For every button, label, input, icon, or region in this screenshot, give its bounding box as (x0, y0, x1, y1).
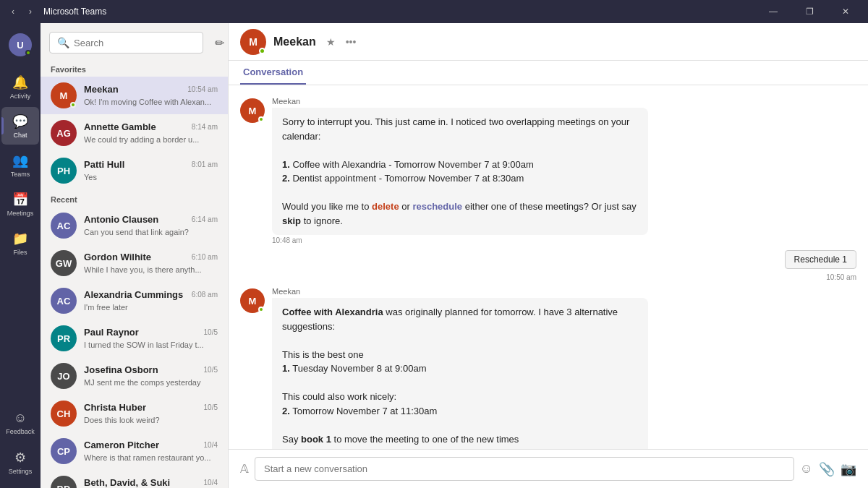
sidebar-item-teams[interactable]: 👥 Teams (1, 146, 39, 184)
message-time: 10:50 am (826, 273, 856, 281)
contact-name: Paul Raynor (84, 327, 139, 338)
titlebar-left: ‹ › Microsoft Teams (6, 4, 106, 19)
close-button[interactable]: ✕ (829, 0, 862, 23)
contact-preview: While I have you, is there anyth... (84, 265, 202, 274)
contact-info: Annette Gamble 8:14 am We could try addi… (84, 121, 218, 145)
chat-main: M Meekan ★ ••• Conversation M Meekan (229, 23, 868, 488)
avatar: M (51, 82, 77, 108)
tab-conversation[interactable]: Conversation (240, 61, 306, 85)
messages-area: M Meekan Sorry to interrupt you. This ju… (229, 85, 868, 449)
contact-info: Antonio Clausen 6:14 am Can you send tha… (84, 214, 218, 238)
activity-icon: 🔔 (12, 74, 28, 90)
avatar: M (240, 98, 265, 123)
chat-status-dot (259, 48, 265, 54)
online-status-dot (70, 102, 76, 108)
sidebar-item-settings[interactable]: ⚙ Settings (1, 443, 39, 481)
list-item[interactable]: PH Patti Hull 8:01 am Yes (41, 152, 228, 189)
video-icon[interactable]: 📷 (841, 461, 856, 477)
nav-bottom: ☺ Feedback ⚙ Settings (1, 404, 39, 482)
list-item[interactable]: CP Cameron Pitcher 10/4 Where is that ra… (41, 432, 228, 470)
contact-info: Cameron Pitcher 10/4 Where is that ramen… (84, 440, 218, 463)
format-icon[interactable]: 𝔸 (240, 462, 249, 476)
contact-list: Favorites M Meekan 10:54 am Ok! I'm movi… (41, 59, 228, 488)
sidebar: 🔍 ✏ Favorites M Meekan 10:54 am (41, 23, 229, 488)
list-item[interactable]: M Meekan 10:54 am Ok! I'm moving Coffee … (41, 77, 228, 114)
online-status-dot (258, 307, 264, 312)
contact-time: 10/4 (204, 441, 218, 449)
message-bubble: Sorry to interrupt you. This just came i… (272, 108, 648, 235)
back-button[interactable]: ‹ (6, 4, 20, 19)
message-content: Meekan Coffee with Alexandria was origin… (272, 287, 648, 449)
feedback-icon: ☺ (14, 411, 27, 426)
compose-icon[interactable]: ✏ (215, 36, 224, 50)
titlebar-controls: — ❐ ✕ (757, 0, 862, 23)
table-row: Reschedule 1 10:50 am (240, 250, 856, 281)
book-suffix: to move the meeting to one of the new ti… (331, 434, 519, 445)
recent-section-title: Recent (41, 189, 228, 207)
sidebar-header: 🔍 ✏ (41, 23, 228, 59)
titlebar: ‹ › Microsoft Teams — ❐ ✕ (0, 0, 868, 23)
list-item[interactable]: PR Paul Raynor 10/5 I turned the SOW in … (41, 320, 228, 357)
reschedule-1-button[interactable]: Reschedule 1 (785, 250, 856, 269)
attach-icon[interactable]: 📎 (819, 461, 835, 477)
list-item[interactable]: GW Gordon Wilhite 6:10 am While I have y… (41, 244, 228, 282)
sidebar-item-feedback[interactable]: ☺ Feedback (1, 404, 39, 442)
option2-num: 2. (282, 406, 290, 416)
contact-preview: I'm free later (84, 303, 128, 312)
contact-time: 8:14 am (192, 123, 218, 131)
contact-name: Christa Huber (84, 402, 146, 413)
nav-item-user-avatar[interactable]: U (1, 29, 39, 67)
chat-header-avatar: M (240, 29, 266, 55)
list-item[interactable]: JO Josefina Osborn 10/5 MJ sent me the c… (41, 357, 228, 395)
list-item[interactable]: CH Christa Huber 10/5 Does this look wei… (41, 395, 228, 432)
contact-preview: MJ sent me the comps yesterday (84, 378, 200, 387)
message-content: Meekan Sorry to interrupt you. This just… (272, 97, 648, 244)
meetings-icon: 📅 (12, 192, 28, 207)
star-icon[interactable]: ★ (326, 36, 336, 48)
chat-header-initials: M (249, 36, 258, 48)
search-input[interactable] (74, 38, 195, 48)
forward-button[interactable]: › (23, 4, 38, 19)
contact-info: Paul Raynor 10/5 I turned the SOW in las… (84, 327, 218, 351)
more-options-icon[interactable]: ••• (346, 36, 357, 48)
nicely-text: This could also work nicely: (282, 391, 396, 402)
sidebar-item-files[interactable]: 📁 Files (1, 224, 39, 262)
option2-text: Tomorrow November 7 at 11:30am (292, 406, 437, 416)
contact-preview: Does this look weird? (84, 416, 160, 424)
composer-input[interactable] (255, 457, 794, 481)
contact-time: 6:10 am (192, 253, 218, 261)
contact-name: Beth, David, & Suki (84, 477, 170, 488)
contact-name: Antonio Clausen (84, 214, 158, 225)
contact-info: Christa Huber 10/5 Does this look weird? (84, 402, 218, 426)
files-label: Files (13, 249, 27, 256)
favorites-section-title: Favorites (41, 59, 228, 77)
user-status-dot (25, 50, 31, 56)
list-item[interactable]: BD Beth, David, & Suki 10/4 Have you tri… (41, 470, 228, 488)
nav-rail: U 🔔 Activity 💬 Chat 👥 Teams 📅 Meetings 📁… (0, 23, 41, 488)
emoji-icon[interactable]: ☺ (800, 461, 813, 476)
settings-label: Settings (9, 468, 33, 475)
delete-link[interactable]: delete (372, 201, 399, 212)
sidebar-item-activity[interactable]: 🔔 Activity (1, 68, 39, 106)
list-item[interactable]: AC Alexandria Cummings 6:08 am I'm free … (41, 282, 228, 320)
contact-time: 10/4 (204, 479, 218, 487)
list-item[interactable]: AG Annette Gamble 8:14 am We could try a… (41, 114, 228, 152)
user-avatar: U (9, 33, 32, 56)
contact-time: 8:01 am (192, 160, 218, 168)
contact-time: 10/5 (204, 403, 218, 411)
minimize-button[interactable]: — (757, 0, 790, 23)
contact-preview: Yes (84, 173, 97, 181)
table-row: M Meekan Coffee with Alexandria was orig… (240, 287, 856, 449)
teams-label: Teams (11, 171, 30, 178)
avatar: JO (51, 363, 77, 389)
sidebar-item-meetings[interactable]: 📅 Meetings (1, 185, 39, 223)
avatar: PR (51, 325, 77, 351)
sidebar-item-chat[interactable]: 💬 Chat (1, 107, 39, 145)
chat-header-name: Meekan (273, 35, 316, 48)
list-item[interactable]: AC Antonio Clausen 6:14 am Can you send … (41, 207, 228, 244)
message-sender: Meekan (272, 287, 648, 296)
option1-text: Tuesday November 8 at 9:00am (292, 363, 426, 374)
restore-button[interactable]: ❐ (793, 0, 826, 23)
reschedule-link[interactable]: reschedule (412, 201, 462, 212)
contact-info: Beth, David, & Suki 10/4 Have you tried … (84, 477, 218, 489)
